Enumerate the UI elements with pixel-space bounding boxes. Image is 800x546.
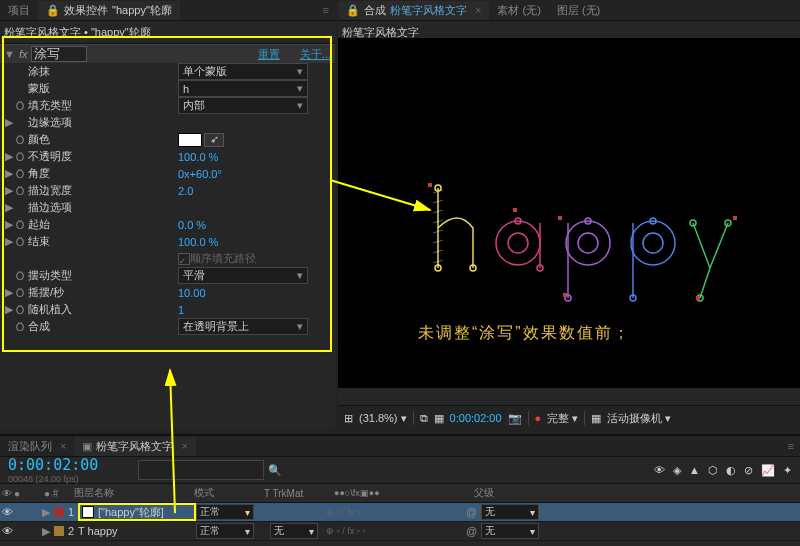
pickwhip-icon[interactable]: @ bbox=[466, 506, 477, 518]
prop-value[interactable]: 2.0 bbox=[178, 185, 193, 197]
twirl-icon[interactable]: ▶ bbox=[4, 167, 14, 180]
stopwatch-icon[interactable]: Ö bbox=[14, 151, 26, 163]
blend-mode-dropdown[interactable]: 正常▾ bbox=[196, 523, 254, 539]
shy-icon[interactable]: 👁 bbox=[654, 464, 665, 476]
layer-name[interactable]: T happy bbox=[78, 525, 118, 537]
twirl-icon[interactable]: ▶ bbox=[4, 286, 14, 299]
col-mode[interactable]: 模式 bbox=[194, 486, 264, 500]
twirl-icon[interactable]: ▶ bbox=[42, 506, 54, 519]
label-color[interactable] bbox=[54, 526, 64, 536]
prop-row: ▶描边选项 bbox=[0, 199, 335, 216]
brain-icon[interactable]: ✦ bbox=[783, 464, 792, 477]
timecode-block[interactable]: 0:00:02:00 00048 (24.00 fps) bbox=[8, 456, 98, 484]
layer-name[interactable]: ["happy"轮廓] bbox=[98, 505, 164, 520]
channel-icon[interactable]: ● bbox=[535, 412, 542, 424]
motion-blur-icon[interactable]: ⊘ bbox=[744, 464, 753, 477]
panel-menu-icon[interactable]: ≡ bbox=[317, 4, 335, 16]
label-color[interactable] bbox=[54, 507, 64, 517]
frame-blend-icon[interactable]: ◐ bbox=[726, 464, 736, 477]
stopwatch-icon[interactable]: Ö bbox=[14, 219, 26, 231]
fx-icon[interactable]: ⬡ bbox=[708, 464, 718, 477]
tab-render-queue[interactable]: 渲染队列× bbox=[0, 437, 74, 456]
twirl-icon[interactable]: ▶ bbox=[4, 235, 14, 248]
twirl-icon[interactable]: ▶ bbox=[42, 525, 54, 538]
prop-dropdown[interactable]: 单个蒙版▾ bbox=[178, 63, 308, 80]
stopwatch-icon[interactable]: Ö bbox=[14, 134, 26, 146]
stopwatch-icon[interactable]: Ö bbox=[14, 236, 26, 248]
twirl-icon[interactable]: ▶ bbox=[4, 218, 14, 231]
quality-icon[interactable]: ▲ bbox=[689, 464, 700, 476]
stopwatch-icon[interactable]: Ö bbox=[14, 321, 26, 333]
tab-layer[interactable]: 图层 (无) bbox=[549, 1, 608, 20]
pickwhip-icon[interactable]: @ bbox=[466, 525, 477, 537]
layer-switches[interactable]: ⊕ ▫ / fx ▫ ▫ bbox=[318, 526, 466, 536]
fx-reset[interactable]: 重置 bbox=[258, 47, 280, 62]
prop-dropdown[interactable]: 内部▾ bbox=[178, 97, 308, 114]
view-icon[interactable]: ▦ bbox=[591, 412, 601, 425]
eye-icon[interactable]: 👁 bbox=[0, 525, 14, 537]
tab-effect-controls[interactable]: 🔒 效果控件 "happy"轮廓 bbox=[38, 1, 180, 20]
twirl-icon[interactable]: ▶ bbox=[4, 150, 14, 163]
layer-row[interactable]: 👁 ▶ 1 ["happy"轮廓] 正常▾ ▾ ⊕ ▫ / fx ▫ ▫ @ 无… bbox=[0, 503, 800, 522]
layer-switches[interactable]: ⊕ ▫ / fx ▫ ▫ bbox=[318, 507, 466, 517]
stopwatch-icon[interactable]: Ö bbox=[14, 168, 26, 180]
panel-menu-icon[interactable]: ≡ bbox=[782, 440, 800, 452]
prop-dropdown[interactable]: 平滑▾ bbox=[178, 267, 308, 284]
timeline-search[interactable] bbox=[138, 460, 264, 480]
parent-dropdown[interactable]: 无▾ bbox=[481, 523, 539, 539]
prop-value[interactable]: 100.0 % bbox=[178, 151, 218, 163]
close-icon[interactable]: × bbox=[181, 440, 187, 452]
prop-value[interactable]: 0x+60.0° bbox=[178, 168, 222, 180]
graph-icon[interactable]: 📈 bbox=[761, 464, 775, 477]
close-icon[interactable]: × bbox=[475, 4, 481, 16]
collapse-icon[interactable]: ◈ bbox=[673, 464, 681, 477]
zoom-dropdown[interactable]: (31.8%) ▾ bbox=[359, 412, 407, 425]
fx-name-input[interactable] bbox=[31, 46, 87, 62]
eyedropper-icon[interactable]: ➶ bbox=[204, 133, 224, 147]
stopwatch-icon[interactable]: Ö bbox=[14, 100, 26, 112]
checkbox[interactable] bbox=[178, 253, 190, 265]
prop-label: 角度 bbox=[26, 166, 178, 181]
prop-dropdown[interactable]: 在透明背景上▾ bbox=[178, 318, 308, 335]
prop-dropdown[interactable]: h▾ bbox=[178, 80, 308, 97]
twirl-icon[interactable]: ▶ bbox=[4, 201, 14, 214]
alpha-icon[interactable]: ▦ bbox=[434, 412, 444, 425]
prop-value[interactable]: 1 bbox=[178, 304, 184, 316]
twirl-icon[interactable]: ▶ bbox=[4, 303, 14, 316]
composition-viewer[interactable]: 未调整“涂写”效果数值前； bbox=[338, 38, 800, 388]
tab-project[interactable]: 项目 bbox=[0, 1, 38, 20]
trkmat-dropdown[interactable]: 无▾ bbox=[270, 523, 318, 539]
tab-composition[interactable]: 🔒 合成 粉笔字风格文字 × bbox=[338, 1, 489, 20]
stopwatch-icon[interactable]: Ö bbox=[14, 270, 26, 282]
snapshot-icon[interactable]: 📷 bbox=[508, 412, 522, 425]
quality-dropdown[interactable]: 完整 ▾ bbox=[547, 411, 578, 426]
viewer-toolbar: ⊞ (31.8%) ▾ ⧉ ▦ 0:00:02:00 📷 ● 完整 ▾ ▦ 活动… bbox=[338, 405, 800, 430]
layer-row[interactable]: 👁 ▶ 2 T happy 正常▾ 无▾ ⊕ ▫ / fx ▫ ▫ @ 无▾ bbox=[0, 522, 800, 541]
parent-dropdown[interactable]: 无▾ bbox=[481, 504, 539, 520]
camera-dropdown[interactable]: 活动摄像机 ▾ bbox=[607, 411, 671, 426]
color-swatch[interactable] bbox=[178, 133, 202, 147]
col-parent[interactable]: 父级 bbox=[474, 486, 534, 500]
fx-twirl-icon[interactable]: ▼ bbox=[4, 48, 15, 60]
col-trkmat[interactable]: T TrkMat bbox=[264, 488, 334, 499]
stopwatch-icon[interactable]: Ö bbox=[14, 287, 26, 299]
time-display[interactable]: 0:00:02:00 bbox=[450, 412, 502, 424]
twirl-icon[interactable]: ▶ bbox=[4, 116, 14, 129]
twirl-icon[interactable]: ▶ bbox=[4, 184, 14, 197]
grid-icon[interactable]: ⊞ bbox=[344, 412, 353, 425]
stopwatch-icon[interactable]: Ö bbox=[14, 304, 26, 316]
eye-icon[interactable]: 👁 bbox=[0, 506, 14, 518]
search-icon[interactable]: 🔍 bbox=[268, 464, 282, 477]
prop-label: 描边选项 bbox=[26, 200, 178, 215]
fx-about[interactable]: 关于... bbox=[300, 47, 331, 62]
composition-panel: 🔒 合成 粉笔字风格文字 × 素材 (无) 图层 (无) 粉笔字风格文字 bbox=[338, 0, 800, 430]
res-icon[interactable]: ⧉ bbox=[420, 412, 428, 425]
blend-mode-dropdown[interactable]: 正常▾ bbox=[196, 504, 254, 520]
tab-comp-timeline[interactable]: ▣ 粉笔字风格文字 × bbox=[74, 437, 195, 456]
tab-footage[interactable]: 素材 (无) bbox=[489, 1, 548, 20]
stopwatch-icon[interactable]: Ö bbox=[14, 185, 26, 197]
col-name[interactable]: 图层名称 bbox=[74, 486, 194, 500]
prop-value[interactable]: 100.0 % bbox=[178, 236, 218, 248]
prop-value[interactable]: 0.0 % bbox=[178, 219, 206, 231]
prop-value[interactable]: 10.00 bbox=[178, 287, 206, 299]
